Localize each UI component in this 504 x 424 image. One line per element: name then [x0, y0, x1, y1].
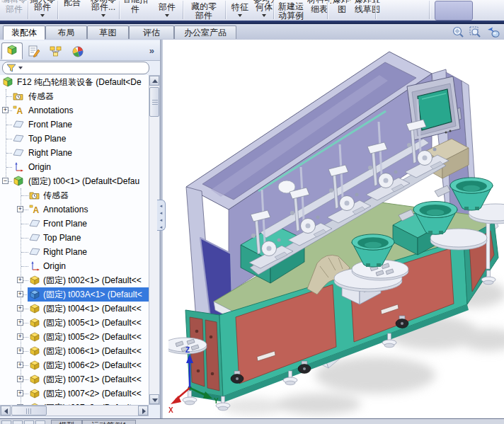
expand-icon[interactable]: + [17, 404, 23, 405]
feature-tree: F12 纯凸轮组装设备 (Default<De传感器+AAnnotationsF… [0, 75, 149, 405]
tree-item[interactable]: +(固定) t007<3> (Default< [0, 401, 149, 405]
panel-tab-configurationmanager[interactable] [45, 42, 67, 59]
tab-sketch[interactable]: 草图 [87, 25, 129, 39]
tree-item[interactable]: Top Plane [0, 231, 149, 245]
filter-dropdown-icon[interactable] [18, 67, 23, 69]
smart-fasteners-button[interactable]: 智能扣件 [120, 0, 150, 21]
edit-component-button[interactable]: 编辑零部件 [1, 0, 27, 21]
expand-icon[interactable]: + [17, 291, 23, 297]
button-label: 配合 [58, 0, 86, 7]
motion-study-tab[interactable]: 运动算例1 [82, 420, 136, 424]
panel-tab-displaymanager[interactable] [67, 42, 88, 59]
toolbar-separator [327, 1, 328, 19]
tree-item[interactable]: +(固定) t006<2> (Default<< [0, 358, 149, 372]
tree-item[interactable]: +(固定) t007<1> (Default<< [0, 372, 149, 386]
tree-item[interactable]: Right Plane [0, 245, 149, 259]
tree-item-label: (固定) t005<1> (Default<< [43, 316, 142, 330]
tree-filter-input[interactable] [2, 62, 149, 74]
zoom-to-area-icon[interactable] [469, 25, 484, 39]
button-label: 部件... [88, 2, 119, 12]
pane-button[interactable] [35, 420, 45, 424]
reference-geometry-button[interactable]: 参考几何体 [253, 0, 275, 21]
tab-layout[interactable]: 布局 [45, 25, 87, 39]
tree-item[interactable]: +(固定) t004<1> (Default<< [0, 302, 149, 316]
panel-collapse-handle[interactable]: ◄◄◄◄ [157, 200, 166, 231]
pane-button[interactable] [24, 420, 34, 424]
tree-item[interactable]: 传感器 [0, 89, 149, 103]
show-hidden-components-button[interactable]: 藏的零部件 [184, 0, 224, 21]
tree-item[interactable]: Top Plane [0, 132, 149, 146]
button-label: 线草图 [353, 4, 382, 14]
filter-funnel-icon [6, 63, 16, 76]
tree-connector [21, 266, 28, 267]
commandmanager-tab-row: 装配体布局草图评估办公室产品 [0, 24, 504, 40]
tree-item[interactable]: Origin [0, 160, 149, 174]
button-label: 件 [120, 4, 150, 14]
assembly-features-button[interactable]: 特征 [228, 0, 252, 21]
tree-item[interactable]: +AAnnotations [0, 202, 149, 217]
tree-horizontal-scrollbar[interactable] [0, 405, 149, 416]
mate-button[interactable]: 配合 [58, 0, 86, 21]
tree-item[interactable]: Front Plane [0, 118, 149, 132]
tree-item[interactable]: +(固定) t007<2> (Default<< [0, 386, 149, 401]
assembly-icon [2, 76, 14, 88]
tab-office-products[interactable]: 办公室产品 [174, 25, 236, 39]
panel-tab-overflow[interactable]: » [149, 45, 154, 56]
pane-button[interactable] [1, 420, 11, 424]
tree-item[interactable]: Origin [0, 259, 149, 273]
pane-button[interactable] [13, 420, 23, 424]
zoom-to-fit-icon[interactable] [452, 25, 467, 39]
graphics-viewport[interactable]: Z X Y [163, 40, 504, 418]
expand-icon[interactable]: + [17, 333, 23, 340]
expand-icon[interactable]: + [17, 362, 23, 368]
collapse-icon[interactable]: − [2, 178, 8, 184]
tree-item[interactable]: F12 纯凸轮组装设备 (Default<De [0, 75, 149, 89]
insert-component-button[interactable]: 插入零部件 [28, 0, 57, 21]
tree-item[interactable]: 传感器 [0, 188, 149, 202]
tree-item-label: Origin [28, 160, 51, 174]
tree-item[interactable]: −(固定) t00<1> (Default<Defau [0, 174, 149, 188]
component-tools-button[interactable]: 部件 [151, 0, 183, 21]
expand-icon[interactable]: + [17, 376, 23, 382]
plane-icon [29, 246, 41, 258]
plane-icon [13, 133, 25, 144]
explode-line-sketch-button[interactable]: 爆炸直线草图 [353, 0, 382, 21]
tab-evaluate[interactable]: 评估 [129, 25, 174, 39]
panel-tab-featuremanager[interactable] [1, 42, 23, 59]
exploded-view-button[interactable]: 爆炸视图 [333, 0, 351, 21]
move-component-button[interactable]: 移动零部件... [88, 0, 119, 21]
toolbar-separator [273, 1, 274, 19]
expand-icon[interactable]: + [17, 305, 23, 311]
tree-item-label: 传感器 [28, 89, 54, 103]
tree-item-label: Top Plane [43, 231, 81, 245]
panel-tab-propertymanager[interactable] [23, 42, 45, 59]
expand-icon[interactable]: + [2, 107, 8, 113]
previous-view-icon[interactable] [486, 25, 501, 39]
tree-item[interactable]: Front Plane [0, 217, 149, 231]
machine-3d-model: Z X Y [168, 40, 504, 418]
tree-item[interactable]: Right Plane [0, 146, 149, 160]
expand-icon[interactable]: + [17, 206, 23, 212]
expand-icon[interactable]: + [17, 319, 23, 326]
button-label: 新建运 [276, 1, 306, 11]
tree-item[interactable]: +AAnnotations [0, 103, 149, 118]
tree-item[interactable]: +(固定) t005<2> (Default<< [0, 330, 149, 344]
part-icon [29, 374, 41, 385]
new-motion-study-button[interactable]: 新建运动算例 [276, 0, 306, 21]
tree-item[interactable]: +(固定) t006<1> (Default<< [0, 344, 149, 358]
expand-icon[interactable]: + [17, 277, 23, 283]
tree-item[interactable]: +(固定) t002<1> (Default<< [0, 273, 149, 287]
tree-vertical-scrollbar[interactable] [149, 75, 160, 405]
tree-item[interactable]: +(固定) t003A<1> (Default< [0, 287, 149, 302]
tree-item-label: (固定) t007<3> (Default< [43, 401, 137, 405]
tree-connector [6, 167, 12, 168]
expand-icon[interactable]: + [17, 390, 23, 396]
tree-item[interactable]: +(固定) t005<1> (Default<< [0, 316, 149, 330]
tree-item-label: (固定) t007<2> (Default<< [43, 386, 142, 401]
model-tab[interactable]: 模型 [51, 420, 82, 424]
tab-assembly[interactable]: 装配体 [3, 25, 45, 40]
tree-connector [6, 125, 12, 125]
expand-icon[interactable]: + [17, 348, 23, 354]
pressed-toolbar-button[interactable] [435, 1, 473, 21]
plane-icon [29, 232, 41, 243]
